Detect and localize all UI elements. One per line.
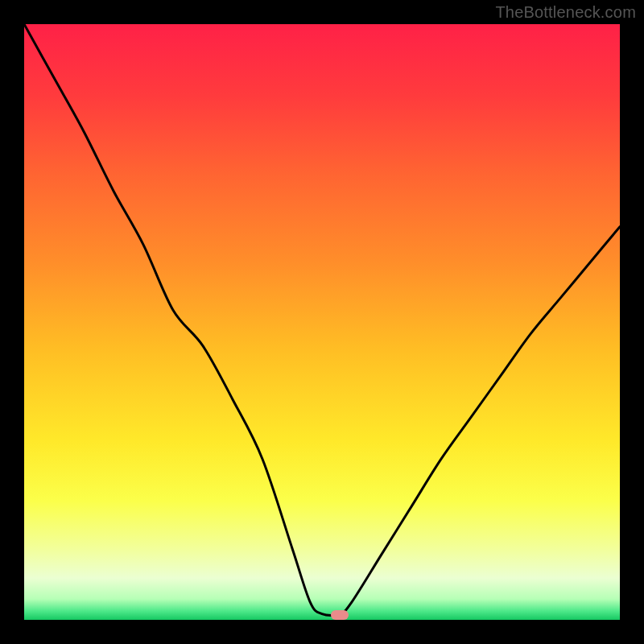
watermark-text: TheBottleneck.com (495, 3, 636, 22)
plot-area (24, 24, 620, 620)
optimal-marker (331, 610, 349, 620)
chart-frame: TheBottleneck.com (0, 0, 644, 644)
chart-svg (24, 24, 620, 620)
gradient-background (24, 24, 620, 620)
